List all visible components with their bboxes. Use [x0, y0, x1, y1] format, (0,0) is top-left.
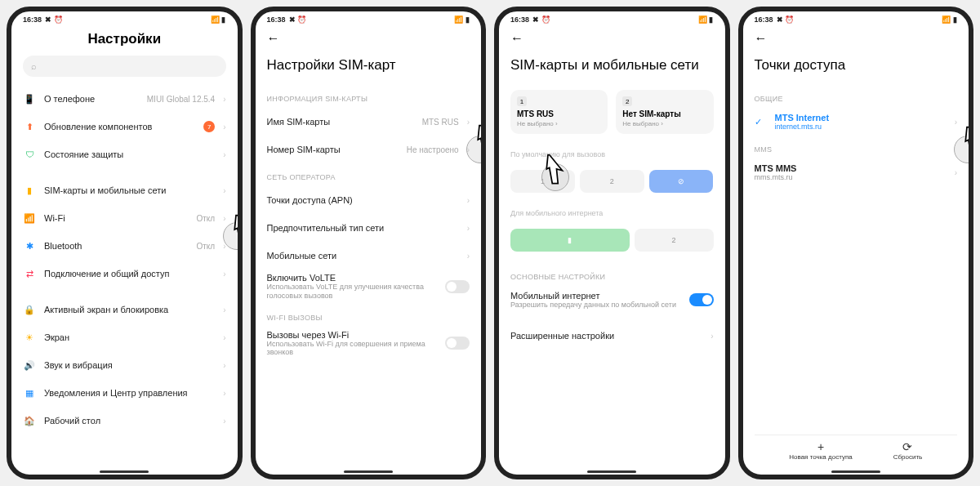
search-icon: ⌕: [31, 61, 37, 71]
network-type-row[interactable]: Предпочтительный тип сети ›: [267, 214, 470, 242]
apn-row[interactable]: Точки доступа (APN) ›: [267, 186, 470, 214]
calls-ask[interactable]: ⊘: [649, 170, 714, 193]
page-title: SIM-карты и мобильные сети: [510, 57, 714, 74]
apn-mms[interactable]: MTS MMS mms.mts.ru ›: [755, 158, 958, 186]
chevron-right-icon: ›: [955, 118, 957, 127]
page-title: Точки доступа: [755, 57, 958, 74]
section-label: ИНФОРМАЦИЯ SIM-КАРТЫ: [267, 95, 470, 103]
settings-item[interactable]: ☀Экран›: [23, 323, 226, 351]
item-icon: ⇄: [23, 267, 36, 280]
settings-item[interactable]: 🔊Звук и вибрация›: [23, 351, 226, 379]
mobile-networks-row[interactable]: Мобильные сети ›: [267, 242, 470, 270]
item-icon: 📱: [23, 92, 36, 105]
calls-default-label: По умолчанию для вызовов: [510, 150, 714, 158]
chevron-right-icon: ›: [223, 361, 225, 370]
data-sim2[interactable]: 2: [635, 229, 714, 252]
status-bar: 16:38✖ ⏰ 📶 ▮: [256, 11, 482, 28]
item-icon: ▮: [23, 184, 36, 197]
chevron-right-icon: ›: [710, 332, 713, 341]
wifi-calling-toggle[interactable]: [445, 337, 470, 350]
sim-name-row[interactable]: Имя SIM-карты MTS RUS ›: [267, 108, 470, 136]
section-label: WI-FI ВЫЗОВЫ: [267, 314, 470, 322]
sim-card-2[interactable]: 2 Нет SIM-карты Не выбрано ›: [616, 90, 713, 134]
item-icon: 📶: [23, 212, 36, 225]
section-label: ОСНОВНЫЕ НАСТРОЙКИ: [510, 273, 714, 281]
advanced-settings-row[interactable]: Расширенные настройки ›: [510, 322, 714, 350]
new-apn-button[interactable]: + Новая точка доступа: [789, 440, 852, 461]
mobile-data-toggle[interactable]: [689, 293, 714, 306]
settings-item[interactable]: 🛡Состояние защиты›: [23, 140, 226, 168]
page-title: Настройки SIM-карт: [267, 57, 470, 74]
chevron-right-icon: ›: [223, 270, 225, 279]
volte-toggle[interactable]: [445, 280, 470, 293]
nav-indicator: [587, 470, 636, 473]
data-default-label: Для мобильного интернета: [510, 209, 714, 217]
sim-number-row[interactable]: Номер SIM-карты Не настроено ›: [267, 136, 470, 163]
nav-indicator: [344, 470, 393, 473]
settings-item[interactable]: ▦Уведомления и Центр управления›: [23, 379, 226, 407]
plus-icon: +: [789, 440, 852, 453]
phone-sim-cards: 16:38✖ ⏰ 📶 ▮ ← SIM-карты и мобильные сет…: [494, 7, 730, 479]
chevron-right-icon: ›: [223, 333, 225, 342]
settings-item[interactable]: ▮SIM-карты и мобильные сети›: [23, 176, 226, 204]
item-icon: 🏠: [23, 414, 36, 427]
settings-item[interactable]: 📱О телефонеMIUI Global 12.5.4›: [23, 85, 226, 113]
status-bar: 16:38✖ ⏰ 📶 ▮: [11, 11, 238, 28]
chevron-right-icon: ›: [467, 196, 470, 205]
chevron-right-icon: ›: [223, 95, 225, 104]
item-icon: 🛡: [23, 148, 36, 161]
phone-sim-settings: 16:38✖ ⏰ 📶 ▮ ← Настройки SIM-карт ИНФОРМ…: [251, 7, 487, 479]
chevron-right-icon: ›: [467, 118, 470, 127]
back-button[interactable]: ←: [510, 28, 714, 49]
page-title: Настройки: [23, 31, 226, 47]
phone-apn: 16:38✖ ⏰ 📶 ▮ ← Точки доступа ОБЩИЕ ✓ MTS…: [738, 7, 974, 479]
chevron-right-icon: ›: [223, 305, 225, 314]
badge: 7: [203, 121, 215, 132]
settings-item[interactable]: 🔒Активный экран и блокировка›: [23, 296, 226, 323]
settings-item[interactable]: 📶Wi-FiОткл›: [23, 204, 226, 232]
settings-item[interactable]: 🏠Рабочий стол›: [23, 407, 226, 435]
nav-indicator: [831, 470, 880, 473]
chevron-right-icon: ›: [467, 252, 470, 261]
item-icon: ☀: [23, 331, 36, 344]
back-button[interactable]: ←: [755, 28, 958, 49]
volte-row[interactable]: Включить VoLTE Использовать VoLTE для ул…: [267, 270, 470, 304]
chevron-right-icon: ›: [223, 150, 225, 159]
item-icon: 🔊: [23, 359, 36, 372]
reset-icon: ⟳: [893, 440, 923, 453]
check-icon: ✓: [755, 117, 762, 127]
section-label: ОБЩИЕ: [755, 95, 958, 103]
apn-internet[interactable]: ✓ MTS Internet internet.mts.ru ›: [755, 108, 958, 136]
chevron-right-icon: ›: [467, 224, 470, 233]
item-icon: ✱: [23, 239, 36, 252]
chevron-right-icon: ›: [223, 389, 225, 398]
calls-sim2[interactable]: 2: [580, 170, 644, 193]
sim-card-1[interactable]: 1 MTS RUS Не выбрано ›: [510, 90, 608, 134]
item-icon: ⬆: [23, 120, 36, 133]
chevron-right-icon: ›: [223, 186, 225, 195]
reset-button[interactable]: ⟳ Сбросить: [893, 440, 923, 461]
status-bar: 16:38✖ ⏰ 📶 ▮: [499, 11, 725, 28]
settings-item[interactable]: ✱BluetoothОткл›: [23, 232, 226, 260]
data-sim1[interactable]: ▮: [510, 229, 630, 252]
item-icon: 🔒: [23, 303, 36, 316]
wifi-calling-row[interactable]: Вызовы через Wi-Fi Использовать Wi-Fi дл…: [267, 327, 470, 361]
status-bar: 16:38✖ ⏰ 📶 ▮: [743, 11, 969, 28]
section-label: MMS: [755, 145, 958, 154]
chevron-right-icon: ›: [223, 417, 225, 426]
phone-settings: 16:38✖ ⏰ 📶 ▮ Настройки ⌕ 📱О телефонеMIUI…: [7, 7, 243, 479]
chevron-right-icon: ›: [223, 214, 225, 223]
nav-indicator: [100, 470, 149, 473]
back-button[interactable]: ←: [267, 28, 470, 49]
item-icon: ▦: [23, 386, 36, 399]
chevron-right-icon: ›: [223, 123, 225, 132]
search-input[interactable]: ⌕: [23, 56, 226, 77]
section-label: СЕТЬ ОПЕРАТОРА: [267, 173, 470, 181]
settings-item[interactable]: ⬆Обновление компонентов7›: [23, 113, 226, 140]
mobile-data-row[interactable]: Мобильный интернет Разрешить передачу да…: [510, 286, 714, 314]
chevron-right-icon: ›: [955, 168, 957, 177]
settings-item[interactable]: ⇄Подключение и общий доступ›: [23, 260, 226, 288]
